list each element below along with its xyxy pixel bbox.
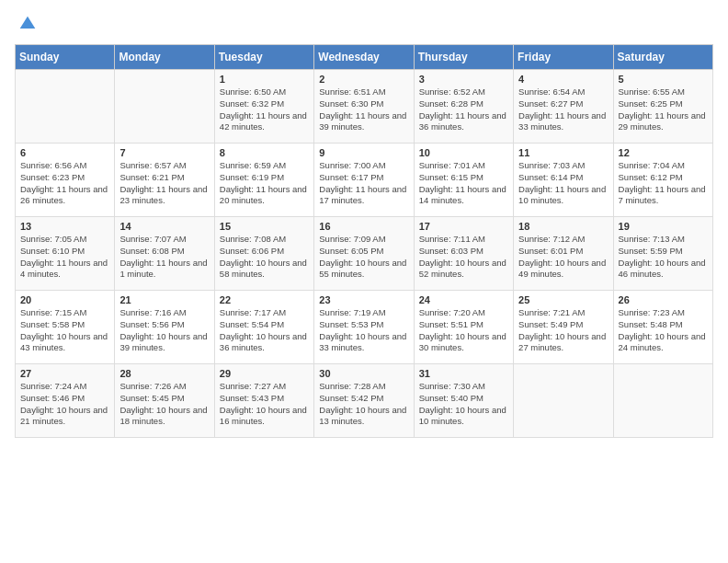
day-number: 29 [220, 368, 309, 379]
calendar-cell: 15Sunrise: 7:08 AMSunset: 6:06 PMDayligh… [214, 217, 313, 291]
day-detail: Sunrise: 7:17 AMSunset: 5:54 PMDaylight:… [220, 307, 309, 354]
day-number: 7 [119, 147, 209, 158]
day-number: 14 [119, 221, 209, 232]
header-cell-tuesday: Tuesday [214, 45, 313, 70]
calendar-cell [16, 70, 115, 144]
day-detail: Sunrise: 7:07 AMSunset: 6:08 PMDaylight:… [119, 234, 209, 281]
calendar-week-2: 13Sunrise: 7:05 AMSunset: 6:10 PMDayligh… [16, 217, 713, 291]
day-detail: Sunrise: 7:27 AMSunset: 5:43 PMDaylight:… [220, 381, 309, 428]
day-number: 17 [419, 221, 508, 232]
calendar-cell: 19Sunrise: 7:13 AMSunset: 5:59 PMDayligh… [613, 217, 712, 291]
calendar-cell: 10Sunrise: 7:01 AMSunset: 6:15 PMDayligh… [414, 144, 513, 217]
day-number: 4 [518, 74, 608, 85]
day-detail: Sunrise: 7:26 AMSunset: 5:45 PMDaylight:… [119, 381, 209, 428]
day-number: 10 [419, 147, 508, 158]
calendar-cell: 23Sunrise: 7:19 AMSunset: 5:53 PMDayligh… [314, 291, 414, 364]
calendar-body: 1Sunrise: 6:50 AMSunset: 6:32 PMDaylight… [16, 70, 713, 438]
header-row: SundayMondayTuesdayWednesdayThursdayFrid… [16, 45, 713, 70]
calendar-cell: 3Sunrise: 6:52 AMSunset: 6:28 PMDaylight… [414, 70, 513, 144]
calendar-cell: 1Sunrise: 6:50 AMSunset: 6:32 PMDaylight… [214, 70, 313, 144]
day-detail: Sunrise: 6:52 AMSunset: 6:28 PMDaylight:… [419, 86, 508, 133]
calendar-cell: 8Sunrise: 6:59 AMSunset: 6:19 PMDaylight… [214, 144, 313, 217]
calendar-cell [115, 70, 214, 144]
calendar-cell: 28Sunrise: 7:26 AMSunset: 5:45 PMDayligh… [115, 364, 214, 438]
day-number: 12 [619, 147, 708, 158]
day-number: 3 [419, 74, 508, 85]
day-number: 24 [419, 294, 508, 305]
day-number: 11 [518, 147, 608, 158]
day-number: 19 [619, 221, 708, 232]
header-cell-thursday: Thursday [414, 45, 513, 70]
calendar-cell: 5Sunrise: 6:55 AMSunset: 6:25 PMDaylight… [613, 70, 712, 144]
day-detail: Sunrise: 7:01 AMSunset: 6:15 PMDaylight:… [419, 160, 508, 207]
day-detail: Sunrise: 7:15 AMSunset: 5:58 PMDaylight:… [20, 307, 109, 354]
calendar-cell: 6Sunrise: 6:56 AMSunset: 6:23 PMDaylight… [16, 144, 115, 217]
day-number: 28 [119, 368, 209, 379]
calendar-cell: 27Sunrise: 7:24 AMSunset: 5:46 PMDayligh… [16, 364, 115, 438]
day-number: 26 [619, 294, 708, 305]
header-cell-wednesday: Wednesday [314, 45, 414, 70]
day-number: 1 [220, 74, 309, 85]
day-number: 15 [220, 221, 309, 232]
day-detail: Sunrise: 7:05 AMSunset: 6:10 PMDaylight:… [20, 234, 109, 281]
day-number: 18 [518, 221, 608, 232]
svg-marker-0 [20, 17, 36, 29]
calendar-header: SundayMondayTuesdayWednesdayThursdayFrid… [16, 45, 713, 70]
day-number: 22 [220, 294, 309, 305]
calendar-cell: 7Sunrise: 6:57 AMSunset: 6:21 PMDaylight… [115, 144, 214, 217]
calendar-cell: 9Sunrise: 7:00 AMSunset: 6:17 PMDaylight… [314, 144, 414, 217]
calendar-cell: 20Sunrise: 7:15 AMSunset: 5:58 PMDayligh… [16, 291, 115, 364]
header-cell-saturday: Saturday [613, 45, 712, 70]
header-cell-friday: Friday [514, 45, 613, 70]
day-detail: Sunrise: 6:59 AMSunset: 6:19 PMDaylight:… [220, 160, 309, 207]
day-detail: Sunrise: 7:09 AMSunset: 6:05 PMDaylight:… [319, 234, 408, 281]
calendar-cell: 13Sunrise: 7:05 AMSunset: 6:10 PMDayligh… [16, 217, 115, 291]
day-detail: Sunrise: 7:21 AMSunset: 5:49 PMDaylight:… [518, 307, 608, 354]
calendar-week-1: 6Sunrise: 6:56 AMSunset: 6:23 PMDaylight… [16, 144, 713, 217]
calendar-cell: 12Sunrise: 7:04 AMSunset: 6:12 PMDayligh… [613, 144, 712, 217]
day-number: 9 [319, 147, 408, 158]
day-number: 23 [319, 294, 408, 305]
day-detail: Sunrise: 7:00 AMSunset: 6:17 PMDaylight:… [319, 160, 408, 207]
day-detail: Sunrise: 6:51 AMSunset: 6:30 PMDaylight:… [319, 86, 408, 133]
day-detail: Sunrise: 7:08 AMSunset: 6:06 PMDaylight:… [220, 234, 309, 281]
day-number: 5 [619, 74, 708, 85]
day-number: 16 [319, 221, 408, 232]
calendar-cell: 21Sunrise: 7:16 AMSunset: 5:56 PMDayligh… [115, 291, 214, 364]
day-number: 2 [319, 74, 408, 85]
day-number: 21 [119, 294, 209, 305]
calendar-cell: 22Sunrise: 7:17 AMSunset: 5:54 PMDayligh… [214, 291, 313, 364]
day-detail: Sunrise: 7:24 AMSunset: 5:46 PMDaylight:… [20, 381, 109, 428]
header-cell-sunday: Sunday [16, 45, 115, 70]
logo-icon [18, 15, 37, 33]
day-detail: Sunrise: 7:30 AMSunset: 5:40 PMDaylight:… [419, 381, 508, 428]
day-detail: Sunrise: 7:03 AMSunset: 6:14 PMDaylight:… [518, 160, 608, 207]
day-detail: Sunrise: 6:50 AMSunset: 6:32 PMDaylight:… [220, 86, 309, 133]
day-detail: Sunrise: 7:20 AMSunset: 5:51 PMDaylight:… [419, 307, 508, 354]
day-detail: Sunrise: 6:54 AMSunset: 6:27 PMDaylight:… [518, 86, 608, 133]
day-detail: Sunrise: 7:23 AMSunset: 5:48 PMDaylight:… [619, 307, 708, 354]
day-number: 25 [518, 294, 608, 305]
calendar-cell: 2Sunrise: 6:51 AMSunset: 6:30 PMDaylight… [314, 70, 414, 144]
day-detail: Sunrise: 7:19 AMSunset: 5:53 PMDaylight:… [319, 307, 408, 354]
day-number: 13 [20, 221, 109, 232]
calendar-cell: 16Sunrise: 7:09 AMSunset: 6:05 PMDayligh… [314, 217, 414, 291]
calendar-cell: 25Sunrise: 7:21 AMSunset: 5:49 PMDayligh… [514, 291, 613, 364]
calendar-cell: 11Sunrise: 7:03 AMSunset: 6:14 PMDayligh… [514, 144, 613, 217]
day-number: 8 [220, 147, 309, 158]
page-header [15, 15, 713, 33]
calendar-cell: 24Sunrise: 7:20 AMSunset: 5:51 PMDayligh… [414, 291, 513, 364]
calendar-cell [514, 364, 613, 438]
calendar-cell: 29Sunrise: 7:27 AMSunset: 5:43 PMDayligh… [214, 364, 313, 438]
day-detail: Sunrise: 7:28 AMSunset: 5:42 PMDaylight:… [319, 381, 408, 428]
day-number: 31 [419, 368, 508, 379]
day-detail: Sunrise: 6:56 AMSunset: 6:23 PMDaylight:… [20, 160, 109, 207]
calendar-table: SundayMondayTuesdayWednesdayThursdayFrid… [15, 44, 713, 438]
day-detail: Sunrise: 7:12 AMSunset: 6:01 PMDaylight:… [518, 234, 608, 281]
day-number: 20 [20, 294, 109, 305]
calendar-week-3: 20Sunrise: 7:15 AMSunset: 5:58 PMDayligh… [16, 291, 713, 364]
day-detail: Sunrise: 7:13 AMSunset: 5:59 PMDaylight:… [619, 234, 708, 281]
calendar-cell: 14Sunrise: 7:07 AMSunset: 6:08 PMDayligh… [115, 217, 214, 291]
header-cell-monday: Monday [115, 45, 214, 70]
day-detail: Sunrise: 7:16 AMSunset: 5:56 PMDaylight:… [119, 307, 209, 354]
